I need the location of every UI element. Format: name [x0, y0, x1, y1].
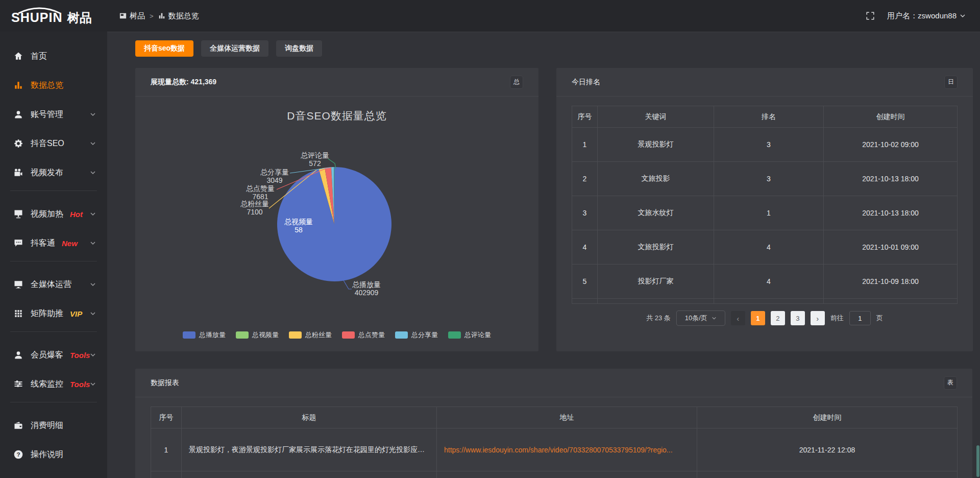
overview-panel-title: 展现量总数: 421,369: [151, 78, 216, 87]
fullscreen-icon[interactable]: [866, 11, 875, 20]
chevron-down-icon: [90, 240, 96, 246]
chevron-down-icon: [712, 316, 717, 321]
legend-swatch: [342, 331, 355, 339]
breadcrumb-item-home[interactable]: 树品: [119, 11, 145, 21]
user-zone: 用户名：zswodun88: [866, 11, 980, 21]
cell-title: 景观投影灯，夜游景观投影灯厂家展示展示落花灯在花园里的灯光投影应用效果 #: [182, 428, 437, 471]
legend-swatch: [236, 331, 249, 339]
breadcrumb-label: 数据总览: [168, 11, 199, 21]
legend-item-总播放量[interactable]: 总播放量: [183, 330, 226, 340]
sidebar-item-media-ops[interactable]: 全媒体运营: [0, 273, 107, 296]
cell-keyword: 投影灯厂家: [598, 265, 714, 299]
video-url-link[interactable]: https://www.iesdouyin.com/share/video/70…: [444, 446, 673, 454]
pie-label: 3049: [266, 176, 282, 184]
page-button-1[interactable]: 1: [751, 311, 765, 325]
goto-suffix: 页: [876, 314, 883, 323]
legend-item-总点赞量[interactable]: 总点赞量: [342, 330, 385, 340]
table-row: 3 文旅水纹灯 1 2021-10-13 18:00: [572, 196, 958, 230]
tab-douyin-seo-data[interactable]: 抖音seo数据: [135, 40, 193, 57]
page-button-3[interactable]: 3: [791, 311, 805, 325]
cell-time: 2021-11-22 12:08: [697, 428, 958, 471]
sidebar-item-label: 视频发布: [31, 168, 63, 178]
report-corner-button[interactable]: 表: [944, 376, 957, 390]
logo[interactable]: SHUPIN 树品: [0, 6, 107, 26]
legend-item-总粉丝量[interactable]: 总粉丝量: [289, 330, 332, 340]
tab-media-ops-data[interactable]: 全媒体运营数据: [201, 40, 268, 57]
sidebar-item-label: 抖音SEO: [31, 138, 64, 149]
tab-inquiry-data[interactable]: 询盘数据: [276, 40, 322, 57]
hot-badge: Hot: [70, 210, 83, 219]
page-size-select[interactable]: 10条/页: [676, 310, 725, 326]
legend-label: 总分享量: [411, 330, 438, 340]
main-content: 抖音seo数据 全媒体运营数据 询盘数据 展现量总数: 421,369 总 D音…: [107, 32, 980, 478]
sidebar-item-help[interactable]: ? 操作说明: [0, 443, 107, 466]
page-size-value: 10条/页: [685, 314, 707, 323]
goto-label: 前往: [830, 314, 844, 323]
cell-keyword: 文旅水纹灯: [598, 196, 714, 230]
legend-item-总视频量[interactable]: 总视频量: [236, 330, 279, 340]
pagination: 共 23 条 10条/页 ‹ 1 2 3 › 前往 页: [556, 310, 973, 326]
table-header-row: 序号 关键词 排名 创建时间: [572, 106, 958, 128]
sidebar-item-matrix-boost[interactable]: 矩阵助推 VIP: [0, 302, 107, 325]
legend-item-总分享量[interactable]: 总分享量: [395, 330, 438, 340]
sidebar-item-doukertong[interactable]: 抖客通 New: [0, 232, 107, 254]
vip-badge: VIP: [70, 309, 82, 318]
chevron-down-icon: [90, 281, 96, 288]
overview-corner-button[interactable]: 总: [510, 76, 523, 89]
page-button-2[interactable]: 2: [771, 311, 785, 325]
sidebar-item-video-heat[interactable]: 视频加热 Hot: [0, 203, 107, 225]
user-menu[interactable]: 用户名：zswodun88: [887, 11, 966, 21]
cell-seq: 1: [572, 128, 598, 162]
legend-item-总评论量[interactable]: 总评论量: [448, 330, 491, 340]
sidebar-item-home[interactable]: 首页: [0, 45, 107, 67]
goto-page-input[interactable]: [849, 311, 871, 325]
svg-text:?: ?: [16, 451, 20, 458]
cell-rank: 4: [714, 230, 824, 265]
cell-time: 2021-10-13 18:00: [824, 162, 958, 196]
sidebar-item-label: 全媒体运营: [31, 279, 71, 290]
sidebar-item-label: 视频加热: [31, 209, 63, 220]
breadcrumb-item-overview[interactable]: 数据总览: [158, 11, 199, 21]
pie-label: 58: [295, 226, 303, 234]
sidebar-item-label: 抖客通: [31, 238, 55, 249]
cell-time: 2021-10-09 18:00: [824, 265, 958, 299]
cell-seq: 4: [572, 230, 598, 265]
grid-icon: [13, 308, 23, 319]
user-icon: [13, 109, 23, 119]
pie-label: 总点赞量: [246, 184, 275, 193]
wallet-icon: [13, 420, 23, 431]
chevron-down-icon: [90, 310, 96, 317]
prev-page-button[interactable]: ‹: [731, 311, 745, 325]
sidebar-item-member[interactable]: 会员爆客 Tools: [0, 344, 107, 366]
scrollbar-thumb[interactable]: [976, 445, 979, 477]
legend-label: 总视频量: [252, 330, 279, 340]
logo-text-en: SHUPIN: [11, 10, 62, 25]
sidebar-item-video-publish[interactable]: 视频发布: [0, 161, 107, 184]
sidebar-item-label: 数据总览: [31, 80, 63, 91]
sidebar-item-label: 首页: [31, 51, 47, 62]
breadcrumb-app-icon: [119, 12, 127, 19]
sidebar-item-consumption[interactable]: 消费明细: [0, 414, 107, 437]
question-icon: ?: [13, 449, 23, 460]
legend-swatch: [395, 331, 408, 339]
page-scrollbar[interactable]: [976, 32, 980, 478]
ranking-table: 序号 关键词 排名 创建时间 1 景观投影灯 3 2021-10-02 09:0…: [572, 106, 958, 304]
column-header: 序号: [572, 106, 598, 128]
pie-label: 总视频量: [284, 218, 313, 226]
sidebar-item-account[interactable]: 账号管理: [0, 103, 107, 126]
report-panel: 数据报表 表 序号 标题 地址 创建时间 1 景观: [135, 369, 972, 478]
pie-chart-svg[interactable]: 总播放量402909总视频量58总粉丝量7100总点赞量7681总分享量3049…: [135, 97, 538, 321]
sidebar-item-douyin-seo[interactable]: 抖音SEO: [0, 132, 107, 155]
legend-swatch: [183, 331, 195, 339]
sidebar-item-data-overview[interactable]: 数据总览: [0, 74, 107, 97]
bar-chart-icon: [13, 80, 23, 90]
sidebar-item-clue-monitor[interactable]: 线索监控 Tools: [0, 373, 107, 395]
username-label: 用户名：zswodun88: [887, 11, 957, 21]
column-header: 创建时间: [824, 106, 958, 128]
pie-label: 总粉丝量: [240, 200, 269, 208]
table-row-clipped: [151, 471, 958, 478]
cell-seq: 3: [572, 196, 598, 230]
cell-keyword: 文旅投影: [598, 162, 714, 196]
next-page-button[interactable]: ›: [811, 311, 825, 325]
ranking-corner-button[interactable]: 日: [944, 76, 958, 89]
